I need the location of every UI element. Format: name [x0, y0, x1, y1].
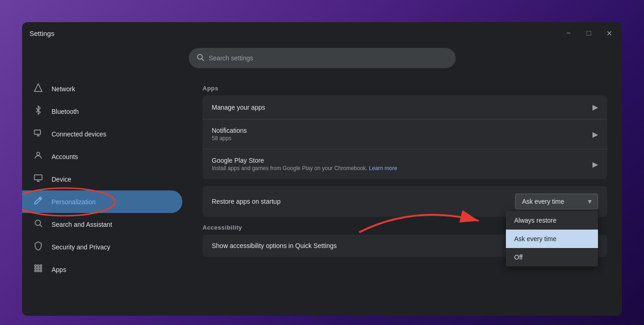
manage-apps-chevron: ▶: [592, 103, 598, 112]
apps-section-title: Apps: [203, 85, 607, 92]
svg-rect-15: [40, 265, 41, 266]
restore-dropdown-menu: Always restore Ask every time Off: [506, 211, 598, 266]
google-play-subtitle: Install apps and games from Google Play …: [212, 165, 592, 171]
sidebar-label-search-assistant: Search and Assistant: [52, 221, 112, 228]
search-bar: [189, 48, 456, 68]
maximize-button[interactable]: □: [583, 28, 594, 39]
svg-point-11: [35, 220, 41, 225]
google-play-chevron: ▶: [592, 160, 598, 169]
svg-rect-21: [40, 270, 41, 272]
sidebar-label-accounts: Accounts: [52, 153, 78, 160]
sidebar-label-connected-devices: Connected devices: [52, 130, 106, 138]
notifications-row[interactable]: Notifications 58 apps ▶: [203, 119, 607, 149]
search-bar-wrapper: [22, 44, 622, 74]
dropdown-arrow-icon: ▼: [586, 198, 593, 205]
bluetooth-icon: [33, 106, 43, 117]
svg-rect-19: [35, 270, 36, 272]
google-play-subtitle-text: Install apps and games from Google Play …: [212, 165, 369, 171]
network-icon: [33, 83, 43, 95]
google-play-title: Google Play Store: [212, 157, 592, 164]
svg-line-12: [40, 225, 42, 227]
restore-apps-row: Restore apps on startup Ask every time ▼…: [203, 186, 607, 217]
svg-rect-14: [37, 265, 39, 266]
accounts-icon: [33, 151, 43, 162]
manage-apps-text: Manage your apps: [212, 104, 592, 111]
notifications-chevron: ▶: [592, 130, 598, 139]
sidebar-item-security-privacy[interactable]: Security and Privacy: [22, 236, 182, 258]
sidebar-label-bluetooth: Bluetooth: [52, 108, 79, 115]
notifications-subtitle: 58 apps: [212, 135, 592, 142]
sidebar-label-personalization: Personalization: [52, 198, 96, 206]
option-ask-every-time[interactable]: Ask every time: [506, 230, 598, 248]
connected-devices-icon: [33, 128, 43, 140]
apps-icon: [33, 264, 43, 275]
dropdown-wrapper: Ask every time ▼ Always restore Ask ever…: [515, 194, 598, 209]
option-off[interactable]: Off: [506, 248, 598, 266]
sidebar-item-accounts[interactable]: Accounts: [22, 145, 182, 168]
window-title: Settings: [29, 30, 54, 37]
svg-rect-3: [35, 130, 41, 134]
sidebar-label-apps: Apps: [52, 266, 66, 273]
personalization-icon: [33, 196, 43, 207]
svg-point-6: [37, 152, 40, 155]
svg-marker-2: [35, 84, 42, 92]
svg-rect-17: [37, 267, 39, 269]
body: Network Bluetooth Conn: [22, 74, 622, 316]
google-play-learn-more-link[interactable]: Learn more: [369, 165, 397, 171]
sidebar-item-apps[interactable]: Apps: [22, 258, 182, 281]
notifications-text: Notifications 58 apps: [212, 127, 592, 142]
sidebar-item-device[interactable]: Device: [22, 168, 182, 190]
svg-rect-16: [35, 267, 36, 269]
svg-rect-20: [37, 270, 39, 272]
sidebar-label-device: Device: [52, 176, 71, 183]
apps-settings-card: Manage your apps ▶ Notifications 58 apps…: [203, 95, 607, 179]
sidebar-label-security-privacy: Security and Privacy: [52, 243, 110, 251]
device-icon: [33, 173, 43, 185]
notifications-title: Notifications: [212, 127, 592, 134]
settings-window: Settings − □ ✕: [22, 22, 622, 316]
sidebar-item-search-assistant[interactable]: Search and Assistant: [22, 213, 182, 236]
sidebar-item-bluetooth[interactable]: Bluetooth: [22, 100, 182, 123]
restore-dropdown-button[interactable]: Ask every time ▼: [515, 194, 598, 209]
sidebar-item-connected-devices[interactable]: Connected devices: [22, 123, 182, 145]
manage-apps-row[interactable]: Manage your apps ▶: [203, 95, 607, 119]
search-icon: [196, 53, 204, 63]
svg-line-1: [202, 59, 203, 60]
google-play-text: Google Play Store Install apps and games…: [212, 157, 592, 171]
titlebar: Settings − □ ✕: [22, 22, 622, 44]
minimize-button[interactable]: −: [563, 28, 574, 39]
manage-apps-title: Manage your apps: [212, 104, 592, 111]
sidebar: Network Bluetooth Conn: [22, 74, 188, 316]
window-controls: − □ ✕: [563, 28, 615, 39]
svg-rect-18: [40, 267, 41, 269]
main-content: Apps Manage your apps ▶ Notifications 58…: [188, 74, 622, 316]
security-icon: [33, 241, 43, 253]
sidebar-label-network: Network: [52, 85, 75, 93]
restore-apps-label: Restore apps on startup: [212, 198, 280, 205]
sidebar-item-network[interactable]: Network: [22, 77, 182, 100]
svg-rect-13: [35, 265, 36, 266]
svg-rect-7: [35, 175, 42, 180]
close-button[interactable]: ✕: [603, 28, 615, 39]
google-play-row[interactable]: Google Play Store Install apps and games…: [203, 149, 607, 179]
dropdown-selected-value: Ask every time: [522, 198, 564, 205]
option-always-restore[interactable]: Always restore: [506, 211, 598, 230]
sidebar-item-personalization[interactable]: Personalization: [22, 190, 182, 213]
search-assistant-icon: [33, 219, 43, 230]
search-input[interactable]: [209, 54, 448, 62]
